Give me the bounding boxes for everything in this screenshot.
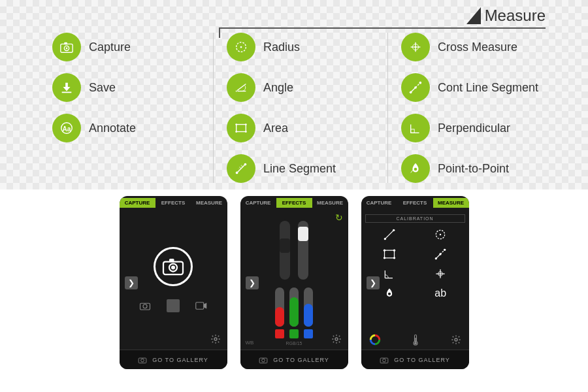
phone1-content xyxy=(120,209,227,350)
phone2-settings-icon[interactable] xyxy=(331,334,342,346)
svg-point-51 xyxy=(335,338,338,340)
svg-point-16 xyxy=(236,91,237,92)
phone1-settings-icon[interactable] xyxy=(210,334,221,346)
save-circle xyxy=(52,73,81,102)
phone2-tab-effects[interactable]: EFFECTS xyxy=(276,198,312,208)
phone2-slider-white[interactable] xyxy=(298,221,308,280)
phone3-settings-icon[interactable] xyxy=(451,335,461,345)
phone-effects: CAPTURE EFFECTS MEASURE ❯ ↻ xyxy=(240,196,348,369)
phone2-red-slider-track[interactable] xyxy=(275,287,284,327)
phone3-footer-camera-icon xyxy=(380,355,389,365)
phone1-camera-icon xyxy=(161,255,185,278)
svg-point-38 xyxy=(414,168,417,171)
phone1-tabs: CAPTURE EFFECTS MEASURE xyxy=(120,196,227,209)
phone1-small-camera-icon xyxy=(139,300,151,312)
phone2-green-slider-group xyxy=(289,287,299,338)
capture-row: Capture xyxy=(52,33,200,61)
phone2-slider-dark-thumb xyxy=(280,238,290,253)
line-segment-row: Line Segment xyxy=(227,154,374,183)
perpendicular-label: Perpendicular xyxy=(438,122,510,135)
phone3-point-icon xyxy=(368,286,412,301)
measure-triangle-icon xyxy=(466,7,481,24)
phone1-footer-text: GO TO GALLERY xyxy=(152,357,208,363)
radius-circle xyxy=(227,33,255,61)
svg-point-24 xyxy=(244,163,247,166)
svg-point-58 xyxy=(440,234,442,236)
annotate-row: Aa Annotate xyxy=(52,114,200,142)
phone3-circle-icon xyxy=(419,227,463,242)
phone3-icons-grid: ab xyxy=(365,227,465,301)
phone2-red-slider-group xyxy=(275,287,284,338)
annotate-label: Annotate xyxy=(89,122,136,135)
perpendicular-icon xyxy=(408,121,423,135)
svg-point-21 xyxy=(245,131,247,133)
cont-line-segment-icon xyxy=(408,80,423,95)
point-to-point-label: Point-to-Point xyxy=(438,162,509,176)
svg-marker-7 xyxy=(63,87,71,91)
cross-measure-circle xyxy=(401,33,430,61)
phone3-cross-icon xyxy=(419,266,463,282)
cont-line-segment-circle xyxy=(401,73,430,102)
phone2-rgb-label: RGB/15 xyxy=(286,341,302,346)
phone2-tab-measure[interactable]: MEASURE xyxy=(312,198,348,208)
phone3-color-wheel-icon xyxy=(369,334,381,346)
svg-point-45 xyxy=(143,304,147,308)
phone2-green-fill xyxy=(289,297,299,327)
area-circle xyxy=(227,114,255,142)
phone1-footer-camera-icon xyxy=(138,355,147,365)
perpendicular-row: Perpendicular xyxy=(401,114,549,142)
phone2-color-sliders xyxy=(275,287,313,338)
phone1-tab-effects[interactable]: EFFECTS xyxy=(155,198,191,208)
phone-capture: CAPTURE EFFECTS MEASURE ❯ xyxy=(120,196,227,369)
phone3-tabs: CAPTURE EFFECTS MEASURE xyxy=(361,196,469,209)
angle-row: Angle xyxy=(227,73,374,102)
phone2-green-slider-track[interactable] xyxy=(289,287,299,327)
phone3-tab-measure[interactable]: MEASURE xyxy=(433,198,469,208)
angle-label: Angle xyxy=(263,81,293,95)
phone2-slider-dark[interactable] xyxy=(280,221,290,280)
cont-line-segment-label: Cont Line Segment xyxy=(438,81,538,95)
phone3-tab-capture[interactable]: CAPTURE xyxy=(361,198,397,208)
point-to-point-circle xyxy=(401,154,430,183)
svg-point-56 xyxy=(393,229,395,231)
phone2-green-indicator xyxy=(289,329,299,338)
svg-point-63 xyxy=(393,257,395,259)
svg-point-67 xyxy=(440,253,442,255)
svg-rect-3 xyxy=(64,42,67,45)
phone1-tab-measure[interactable]: MEASURE xyxy=(191,198,227,208)
phone3-rect-icon xyxy=(368,246,412,262)
svg-point-23 xyxy=(236,172,238,174)
svg-rect-37 xyxy=(411,129,415,133)
phone3-ab-text: ab xyxy=(419,286,463,301)
save-row: Save xyxy=(52,73,200,102)
svg-rect-46 xyxy=(196,302,204,309)
perpendicular-circle xyxy=(401,114,430,142)
svg-point-32 xyxy=(410,91,412,94)
phone1-camera-big xyxy=(154,247,193,286)
divider-1 xyxy=(213,33,214,183)
measure-header: Measure xyxy=(466,7,546,25)
phone2-tab-capture[interactable]: CAPTURE xyxy=(240,198,276,208)
area-row: Area xyxy=(227,114,374,142)
svg-point-55 xyxy=(384,238,385,240)
phone2-footer-camera-icon xyxy=(259,355,268,365)
cont-line-segment-row: Cont Line Segment xyxy=(401,73,549,102)
phone3-tab-effects[interactable]: EFFECTS xyxy=(397,198,433,208)
svg-point-18 xyxy=(235,123,237,125)
radius-icon xyxy=(234,40,248,54)
line-segment-circle xyxy=(227,154,255,183)
phone1-tab-capture[interactable]: CAPTURE xyxy=(120,198,155,208)
divider-2 xyxy=(387,33,388,183)
phone3-calibration-title: CALIBRATION xyxy=(365,214,465,223)
column-1: Capture Save xyxy=(52,33,200,183)
annotate-circle: Aa xyxy=(52,114,81,142)
svg-point-50 xyxy=(141,359,144,362)
phone2-blue-slider-track[interactable] xyxy=(304,287,313,327)
phone3-calibration-panel: CALIBRATION xyxy=(361,214,469,301)
measure-title: Measure xyxy=(485,7,546,25)
phone2-bw-sliders xyxy=(280,221,308,280)
measure-header-line xyxy=(219,27,546,29)
phone3-diagonal-icon xyxy=(368,227,412,242)
phone2-blue-fill xyxy=(304,304,313,327)
svg-point-68 xyxy=(444,249,446,251)
